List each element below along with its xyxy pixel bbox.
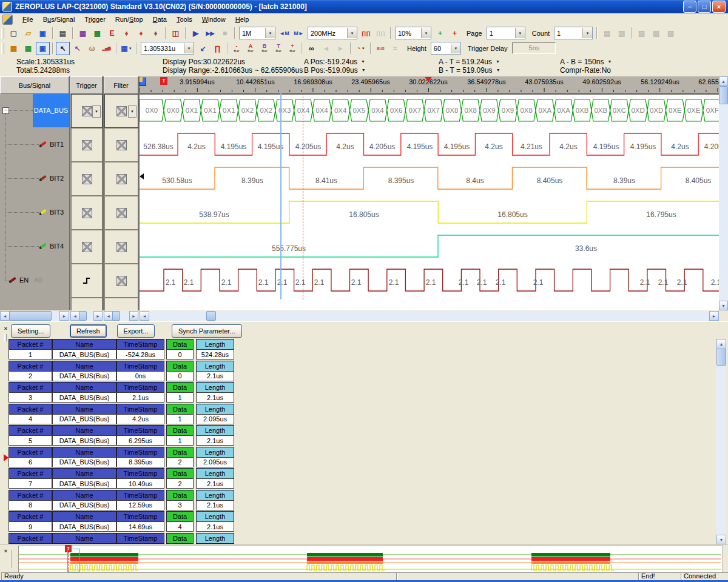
- packet-list-scrollbar[interactable]: ▲ ▼: [716, 339, 726, 545]
- waveform-hscrollbar[interactable]: ◄ ►: [140, 311, 719, 321]
- scroll-thumb[interactable]: [716, 349, 726, 366]
- page-combo[interactable]: 1▼: [487, 27, 525, 39]
- capture-icon[interactable]: ◫: [169, 27, 183, 40]
- scroll-thumb[interactable]: [719, 86, 728, 104]
- sample-depth-combo[interactable]: 1M▼: [239, 27, 275, 39]
- scroll-thumb[interactable]: [79, 311, 87, 321]
- signal-row-data_bus[interactable]: −DATA_BUS: [0, 93, 69, 127]
- a-t-menu-arrow-icon[interactable]: ▼: [496, 58, 500, 66]
- listing-display-icon[interactable]: ▦: [21, 42, 35, 55]
- scroll-right-button[interactable]: ►: [59, 311, 69, 321]
- waveform-pane[interactable]: 3.915994us10.442651us16.969308us23.49596…: [140, 76, 719, 310]
- trigger-mark3-icon[interactable]: ♦: [149, 27, 163, 40]
- waveform-bit1[interactable]: 526.38us4.2us4.195us4.195us4.205us4.2us4…: [140, 127, 719, 161]
- tile-vertical-icon[interactable]: ▥: [615, 27, 629, 40]
- setting-button[interactable]: Setting...: [11, 324, 50, 338]
- scroll-thumb[interactable]: [206, 311, 216, 321]
- packet-row[interactable]: 7DATA_BUS(Bus)10.49us22.1us: [8, 478, 234, 488]
- trigger-cell-partial[interactable]: [71, 298, 103, 310]
- scroll-left-button[interactable]: ◄: [140, 311, 149, 321]
- print-icon[interactable]: ▤: [56, 27, 70, 40]
- a-bar-icon[interactable]: ABar: [244, 42, 257, 55]
- zoom-in-arrows-icon[interactable]: +: [433, 27, 447, 40]
- pulse-train2-icon[interactable]: ∏∏: [374, 27, 388, 40]
- filter-cell-en[interactable]: [104, 264, 138, 298]
- navigator-view-rectangle[interactable]: [67, 549, 80, 572]
- waveform-en[interactable]: 2.12.12.12.12.12.12.12.12.12.12.12.12.12…: [140, 263, 719, 297]
- goto-m-right-icon[interactable]: M►: [292, 27, 306, 40]
- trigger-cell-data_bus[interactable]: ▼: [71, 94, 103, 128]
- dropdown-arrow-icon[interactable]: ▼: [129, 47, 132, 50]
- export-button[interactable]: Export...: [117, 324, 155, 338]
- scroll-left-button[interactable]: ◄: [104, 311, 113, 321]
- statistics-icon[interactable]: ▂▅▇: [99, 42, 113, 55]
- b-pos-menu-arrow-icon[interactable]: ▼: [362, 66, 366, 75]
- hand-tool-icon[interactable]: ω: [85, 42, 99, 55]
- restore-button[interactable]: □: [698, 1, 711, 13]
- menu-help[interactable]: Help: [231, 15, 254, 24]
- scroll-right-button[interactable]: ►: [129, 311, 138, 321]
- scroll-down-button[interactable]: ▼: [716, 535, 726, 545]
- pulse-train-icon[interactable]: ∏∏: [359, 27, 373, 40]
- scroll-left-button[interactable]: ◄: [0, 311, 10, 321]
- stop-icon[interactable]: ■: [218, 27, 232, 40]
- filter-panel-hscrollbar[interactable]: ◄ ►: [104, 311, 138, 321]
- scroll-up-button[interactable]: ▲: [716, 339, 726, 349]
- trigger-delay-field[interactable]: 5ns: [512, 42, 556, 54]
- time-ruler[interactable]: 3.915994us10.442651us16.969308us23.49596…: [140, 76, 719, 95]
- trigger-flag-icon[interactable]: T: [160, 77, 167, 85]
- scroll-up-button[interactable]: ▲: [719, 76, 728, 86]
- arrange-window-icon[interactable]: ▧: [649, 27, 663, 40]
- sampling-property-icon[interactable]: ▩: [90, 27, 104, 40]
- pane-splitter-arrow-icon[interactable]: [140, 173, 144, 179]
- repeat-run-icon[interactable]: ▶▶: [203, 27, 217, 40]
- scroll-down-button[interactable]: ▼: [719, 301, 728, 310]
- trigger-property-icon[interactable]: E: [105, 27, 119, 40]
- scroll-left-button[interactable]: ◄: [70, 311, 79, 321]
- packet-row[interactable]: 5DATA_BUS(Bus)6.295us12.1us: [8, 435, 234, 445]
- goto-bar-icon[interactable]: ↙: [196, 42, 210, 55]
- offscreen-bar-marker-icon[interactable]: [140, 78, 146, 86]
- display-position-marker-icon[interactable]: [425, 77, 432, 82]
- trigger-dropdown-button[interactable]: ▼: [92, 105, 101, 118]
- scroll-right-button[interactable]: ►: [93, 311, 103, 321]
- packet-row[interactable]: 8DATA_BUS(Bus)12.59us32.1us: [8, 500, 234, 510]
- signal-row-bit1[interactable]: BIT1: [0, 127, 69, 161]
- filter-cell-bit3[interactable]: [104, 196, 138, 230]
- trigger-cell-partial[interactable]: [104, 298, 138, 310]
- packet-row[interactable]: 1DATA_BUS(Bus)-524.28us0524.28us: [8, 349, 234, 359]
- find-next-icon[interactable]: ►: [334, 42, 348, 55]
- bus-name-box[interactable]: DATA_BUS: [33, 93, 69, 127]
- trigger-cell-bit2[interactable]: [71, 162, 103, 196]
- menu-data[interactable]: Data: [148, 15, 172, 24]
- cascade-window-icon[interactable]: ▧: [635, 27, 649, 40]
- noise-filter-icon[interactable]: ≈: [388, 42, 402, 55]
- bus-width-icon[interactable]: BUS: [374, 42, 388, 55]
- filter-cell-bit2[interactable]: [104, 162, 138, 196]
- menu-window[interactable]: Window: [197, 15, 231, 24]
- close-packet-panel-button[interactable]: ×: [2, 324, 10, 332]
- minimize-button[interactable]: –: [683, 1, 696, 13]
- signal-row-bit3[interactable]: BIT3: [0, 195, 69, 229]
- trigger-cell-bit3[interactable]: [71, 196, 103, 230]
- trigger-panel-hscrollbar[interactable]: ◄ ►: [70, 311, 103, 321]
- signal-panel-hscrollbar[interactable]: ◄ ►: [0, 311, 69, 321]
- find-prev-icon[interactable]: ◄: [319, 42, 333, 55]
- save-icon[interactable]: ▣: [36, 27, 50, 40]
- grid-setting-icon[interactable]: ▦▼: [120, 42, 133, 55]
- menu-file[interactable]: File: [18, 15, 38, 24]
- dropdown-arrow-icon[interactable]: ▼: [362, 47, 365, 50]
- signal-row-bit4[interactable]: BIT4: [0, 229, 69, 263]
- scale-combo[interactable]: 1.305331u▼: [141, 42, 194, 55]
- packet-row[interactable]: 4DATA_BUS(Bus)4.2us12.095us: [8, 414, 234, 424]
- filter-cell-bit1[interactable]: [104, 128, 138, 162]
- synch-parameter-button[interactable]: Synch Parameter...: [172, 324, 242, 338]
- menu-bus-signal[interactable]: Bus/Signal: [38, 15, 80, 24]
- a-pos-menu-arrow-icon[interactable]: ▼: [361, 58, 365, 66]
- trigger-mark1-icon[interactable]: ♦: [120, 27, 133, 40]
- trigger-cell-bit4[interactable]: [71, 230, 103, 264]
- b-t-menu-arrow-icon[interactable]: ▼: [496, 66, 500, 75]
- goto-m-left-icon[interactable]: ◄M: [277, 27, 291, 40]
- waveform-bit2[interactable]: 530.58us8.39us8.41us8.395us8.4us8.405us8…: [140, 161, 719, 195]
- bus-property-icon[interactable]: ▦: [76, 27, 90, 40]
